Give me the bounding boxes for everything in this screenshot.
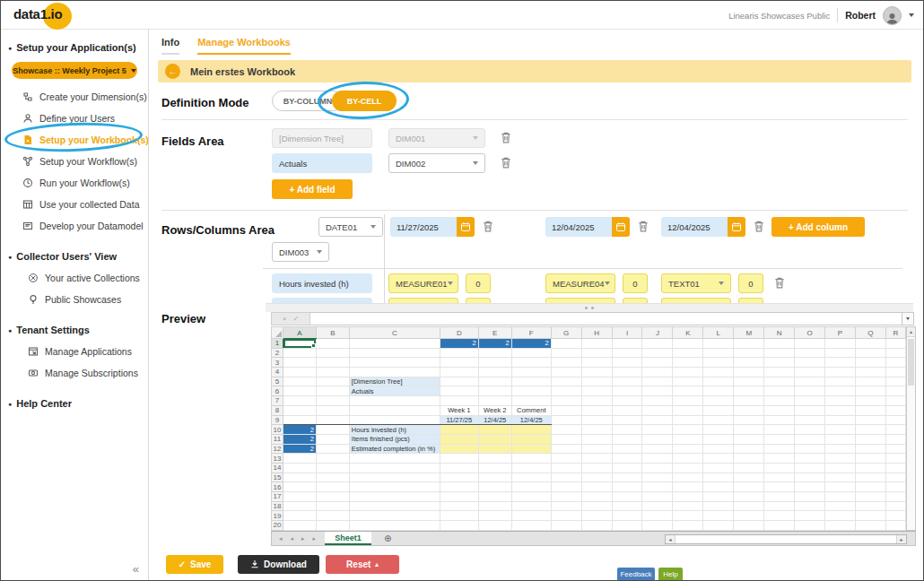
grid-cell[interactable] xyxy=(283,521,316,531)
grid-cell[interactable] xyxy=(673,501,703,511)
grid-cell[interactable] xyxy=(673,482,703,492)
grid-cell[interactable] xyxy=(703,501,734,511)
grid-cell[interactable] xyxy=(764,415,795,425)
grid-cell[interactable] xyxy=(283,368,316,377)
grid-cell[interactable] xyxy=(764,386,795,396)
grid-cell[interactable] xyxy=(795,521,825,531)
grid-cell[interactable] xyxy=(478,425,511,435)
sidebar-section-tenant-settings[interactable]: ● Tenant Settings xyxy=(1,319,148,341)
grid-cell[interactable] xyxy=(825,444,856,454)
grid-cell[interactable] xyxy=(581,386,612,396)
grid-col-header[interactable]: D xyxy=(440,327,478,339)
scroll-up-icon[interactable]: ▴ xyxy=(907,327,915,337)
grid-cell[interactable]: Estimated completion (in %) xyxy=(349,444,440,454)
grid-cell[interactable] xyxy=(440,396,478,406)
grid-row-header[interactable]: 15 xyxy=(272,473,283,482)
feedback-button[interactable]: Feedback xyxy=(617,568,655,581)
date-input[interactable]: 12/04/2025 xyxy=(661,217,728,237)
grid-cell[interactable] xyxy=(885,358,905,368)
grid-col-header[interactable]: P xyxy=(825,327,856,339)
tab-info[interactable]: Info xyxy=(161,37,179,55)
grid-cell[interactable] xyxy=(440,482,478,492)
grid-cell[interactable] xyxy=(440,348,478,358)
grid-cell[interactable] xyxy=(316,501,349,511)
grid-cell[interactable] xyxy=(703,358,734,368)
grid-cell[interactable] xyxy=(551,425,581,435)
grid-col-header[interactable]: E xyxy=(478,327,511,339)
grid-cell[interactable] xyxy=(283,463,316,473)
grid-cell[interactable] xyxy=(349,415,440,425)
delete-column-button[interactable] xyxy=(482,220,494,233)
grid-row-header[interactable]: 2 xyxy=(272,348,283,358)
grid-cell[interactable] xyxy=(703,339,734,349)
grid-cell[interactable] xyxy=(855,396,885,406)
grid-cell[interactable] xyxy=(673,521,703,531)
grid-cell[interactable] xyxy=(764,339,795,349)
grid-cell[interactable] xyxy=(855,463,885,473)
add-sheet-icon[interactable]: ⊕ xyxy=(384,532,391,545)
grid-cell[interactable] xyxy=(581,492,612,502)
sidebar-item-manage-subscriptions[interactable]: Manage Subscriptions xyxy=(1,362,148,384)
measure-value-1[interactable]: 0 xyxy=(466,273,491,293)
grid-cell[interactable] xyxy=(642,454,673,464)
grid-cell[interactable] xyxy=(642,434,673,444)
grid-col-header[interactable]: H xyxy=(581,327,612,339)
grid-cell[interactable] xyxy=(551,434,581,444)
prev-sheet-icon[interactable]: ◂ xyxy=(291,535,294,542)
grid-cell[interactable] xyxy=(612,463,642,473)
date-input[interactable]: 11/27/2025 xyxy=(390,217,457,237)
grid-row-header[interactable]: 8 xyxy=(272,405,283,415)
grid-cell[interactable] xyxy=(551,463,581,473)
grid-cell[interactable] xyxy=(885,405,905,415)
grid-cell[interactable] xyxy=(825,425,856,435)
grid-cell[interactable] xyxy=(795,358,825,368)
measure-value-2[interactable]: 0 xyxy=(623,273,648,293)
grid-cell[interactable] xyxy=(440,358,478,368)
sheet-tab-sheet1[interactable]: Sheet1 xyxy=(325,532,371,545)
grid-cell[interactable] xyxy=(478,454,511,464)
grid-cell[interactable] xyxy=(316,473,349,482)
scroll-left-icon[interactable]: ◂ xyxy=(666,535,676,543)
formula-expand-button[interactable] xyxy=(902,312,914,325)
sidebar-section-collector-view[interactable]: ● Collector Users' View xyxy=(1,246,148,267)
grid-cell[interactable] xyxy=(283,501,316,511)
grid-cell[interactable] xyxy=(734,454,764,464)
grid-row-header[interactable]: 6 xyxy=(272,386,283,396)
grid-cell[interactable] xyxy=(885,501,905,511)
grid-cell[interactable] xyxy=(673,434,703,444)
grid-cell[interactable] xyxy=(703,463,734,473)
grid-cell[interactable] xyxy=(440,521,478,531)
grid-cell[interactable] xyxy=(349,463,440,473)
grid-col-header[interactable]: G xyxy=(551,327,581,339)
grid-cell[interactable] xyxy=(642,348,673,358)
grid-row-header[interactable]: 9 xyxy=(272,415,283,425)
grid-cell[interactable] xyxy=(825,377,856,386)
reset-button[interactable]: Reset ▴ xyxy=(326,555,399,574)
grid-cell[interactable] xyxy=(764,463,795,473)
delete-field-button[interactable] xyxy=(500,156,512,169)
grid-cell[interactable] xyxy=(551,405,581,415)
grid-cell[interactable] xyxy=(316,454,349,464)
grid-cell[interactable]: 2 xyxy=(283,444,316,454)
grid-cell[interactable] xyxy=(825,358,856,368)
resize-handle[interactable] xyxy=(266,303,913,312)
grid-col-header[interactable]: R xyxy=(885,327,905,339)
grid-cell[interactable] xyxy=(581,444,612,454)
grid-cell[interactable] xyxy=(734,425,764,435)
grid-cell[interactable] xyxy=(316,511,349,521)
user-menu-caret-icon[interactable] xyxy=(909,13,914,17)
grid-cell[interactable] xyxy=(511,425,551,435)
grid-cell[interactable] xyxy=(703,377,734,386)
grid-cell[interactable] xyxy=(855,473,885,482)
grid-cell[interactable] xyxy=(703,368,734,377)
grid-cell[interactable] xyxy=(885,368,905,377)
grid-cell[interactable] xyxy=(673,396,703,406)
grid-cell[interactable] xyxy=(642,396,673,406)
grid-cell[interactable] xyxy=(551,377,581,386)
grid-cell[interactable] xyxy=(316,444,349,454)
grid-cell[interactable] xyxy=(795,492,825,502)
grid-row-header[interactable]: 14 xyxy=(272,463,283,473)
grid-cell[interactable] xyxy=(825,434,856,444)
grid-cell[interactable] xyxy=(825,521,856,531)
scrollbar-track[interactable] xyxy=(676,535,896,543)
